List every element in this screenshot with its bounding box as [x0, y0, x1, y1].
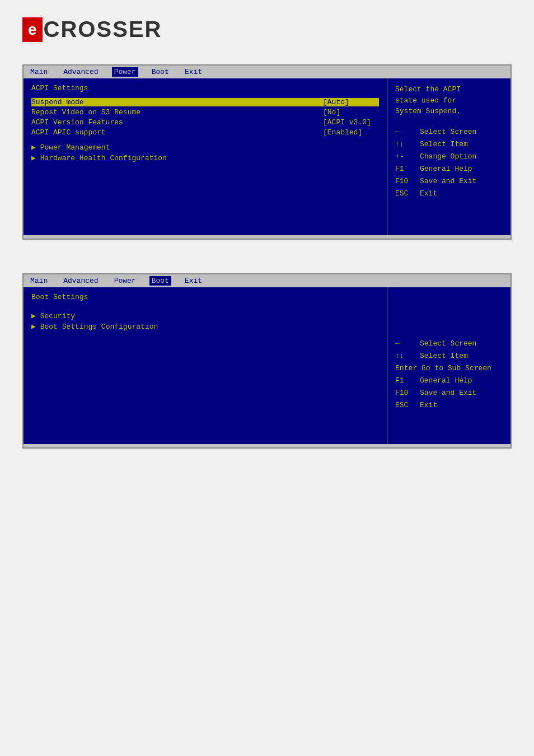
menu-exit-2[interactable]: Exit	[182, 276, 204, 286]
keybind-row-2-2: Enter Go to Sub Screen	[395, 362, 503, 375]
bios-bottom-bar-1	[24, 235, 510, 239]
bios-submenu-0[interactable]: Power Management	[31, 143, 379, 152]
bios-row-3[interactable]: ACPI APIC support [Enabled]	[31, 128, 379, 137]
keybind-key-3: F1	[395, 163, 415, 175]
keybind-key-1: ↑↓	[395, 138, 415, 151]
menu-main-1[interactable]: Main	[28, 67, 50, 77]
menu-bar-2: Main Advanced Power Boot Exit	[24, 274, 510, 287]
keybind-row-2-1: ↑↓ Select Item	[395, 350, 503, 362]
bios-content-1: ACPI Settings Suspend mode [Auto] Repost…	[24, 78, 510, 235]
keybind-desc-0: Select Screen	[420, 126, 476, 138]
logo-area: e CROSSER	[22, 17, 512, 42]
help-text-1: Select the ACPIstate used forSystem Susp…	[395, 84, 503, 117]
bios-row-3-value: [Enabled]	[323, 128, 379, 137]
bios-row-0-value: [Auto]	[323, 98, 379, 106]
bios-screen-2: Main Advanced Power Boot Exit Boot Setti…	[22, 273, 512, 449]
keybind-row-4: F10 Save and Exit	[395, 175, 503, 188]
menu-power-2[interactable]: Power	[112, 276, 138, 286]
bios-row-1[interactable]: Repost Video on S3 Resume [No]	[31, 108, 379, 116]
keybind-row-1: ↑↓ Select Item	[395, 138, 503, 151]
bios-row-1-label: Repost Video on S3 Resume	[31, 108, 323, 116]
bios-left-1: ACPI Settings Suspend mode [Auto] Repost…	[24, 78, 387, 235]
keybind-desc-1: Select Item	[420, 138, 468, 151]
menu-boot-2[interactable]: Boot	[149, 276, 171, 286]
keybind-desc-5: Exit	[420, 188, 437, 200]
bios-right-1: Select the ACPIstate used forSystem Susp…	[387, 78, 510, 235]
bios-row-2[interactable]: ACPI Version Features [ACPI v3.0]	[31, 118, 379, 127]
bios-content-2: Boot Settings Security Boot Settings Con…	[24, 287, 510, 444]
keybind-key-2: +-	[395, 151, 415, 163]
keybind-desc-2: Change Option	[420, 151, 476, 163]
bios-bottom-bar-2	[24, 444, 510, 447]
keybind-row-2-0: ← Select Screen	[395, 338, 503, 350]
keybind-key-2-5: ESC	[395, 399, 415, 412]
keybind-row-2-4: F10 Save and Exit	[395, 387, 503, 399]
menu-boot-1[interactable]: Boot	[149, 67, 171, 77]
keybind-desc-2-4: Save and Exit	[420, 387, 476, 399]
menu-advanced-2[interactable]: Advanced	[61, 276, 100, 286]
bios-right-2: ← Select Screen ↑↓ Select Item Enter Go …	[387, 287, 510, 444]
bios-submenu-1[interactable]: Hardware Health Configuration	[31, 153, 379, 162]
keybind-area-2: ← Select Screen ↑↓ Select Item Enter Go …	[395, 338, 503, 412]
menu-advanced-1[interactable]: Advanced	[61, 67, 100, 77]
bios-screen-1: Main Advanced Power Boot Exit ACPI Setti…	[22, 64, 512, 240]
bios-row-2-label: ACPI Version Features	[31, 118, 323, 127]
keybind-desc-2-3: General Help	[420, 375, 472, 387]
keybind-row-2-5: ESC Exit	[395, 399, 503, 412]
keybind-row-2-3: F1 General Help	[395, 375, 503, 387]
keybind-key-2-4: F10	[395, 387, 415, 399]
logo-text: CROSSER	[44, 17, 162, 42]
bios-submenu-2-1[interactable]: Boot Settings Configuration	[31, 322, 379, 331]
keybind-desc-3: General Help	[420, 163, 472, 175]
keybind-key-5: ESC	[395, 188, 415, 200]
keybind-area-1: ← Select Screen ↑↓ Select Item +- Change…	[395, 126, 503, 200]
keybind-key-2-3: F1	[395, 375, 415, 387]
menu-power-1[interactable]: Power	[112, 67, 138, 77]
bios-row-1-value: [No]	[323, 108, 379, 116]
keybind-desc-2-5: Exit	[420, 399, 437, 412]
section-title-2: Boot Settings	[31, 293, 379, 301]
bios-row-0-label: Suspend mode	[31, 98, 323, 106]
keybind-row-2: +- Change Option	[395, 151, 503, 163]
bios-row-0[interactable]: Suspend mode [Auto]	[31, 98, 379, 106]
bios-row-3-label: ACPI APIC support	[31, 128, 323, 137]
keybind-desc-4: Save and Exit	[420, 175, 476, 188]
keybind-key-2-0: ←	[395, 338, 415, 350]
keybind-key-2-2: Enter	[395, 362, 417, 375]
menu-main-2[interactable]: Main	[28, 276, 50, 286]
section-title-1: ACPI Settings	[31, 84, 379, 92]
keybind-key-2-1: ↑↓	[395, 350, 415, 362]
page-wrapper: e CROSSER Main Advanced Power Boot Exit …	[0, 0, 534, 756]
logo-prefix: e	[22, 17, 43, 42]
menu-bar-1: Main Advanced Power Boot Exit	[24, 66, 510, 78]
keybind-row-3: F1 General Help	[395, 163, 503, 175]
keybind-desc-2-2: Go to Sub Screen	[421, 362, 491, 375]
bios-left-2: Boot Settings Security Boot Settings Con…	[24, 287, 387, 444]
keybind-row-0: ← Select Screen	[395, 126, 503, 138]
bios-row-2-value: [ACPI v3.0]	[323, 118, 379, 127]
bios-submenu-2-0[interactable]: Security	[31, 311, 379, 320]
menu-exit-1[interactable]: Exit	[182, 67, 204, 77]
keybind-desc-2-0: Select Screen	[420, 338, 476, 350]
keybind-desc-2-1: Select Item	[420, 350, 468, 362]
keybind-row-5: ESC Exit	[395, 188, 503, 200]
keybind-key-0: ←	[395, 126, 415, 138]
keybind-key-4: F10	[395, 175, 415, 188]
